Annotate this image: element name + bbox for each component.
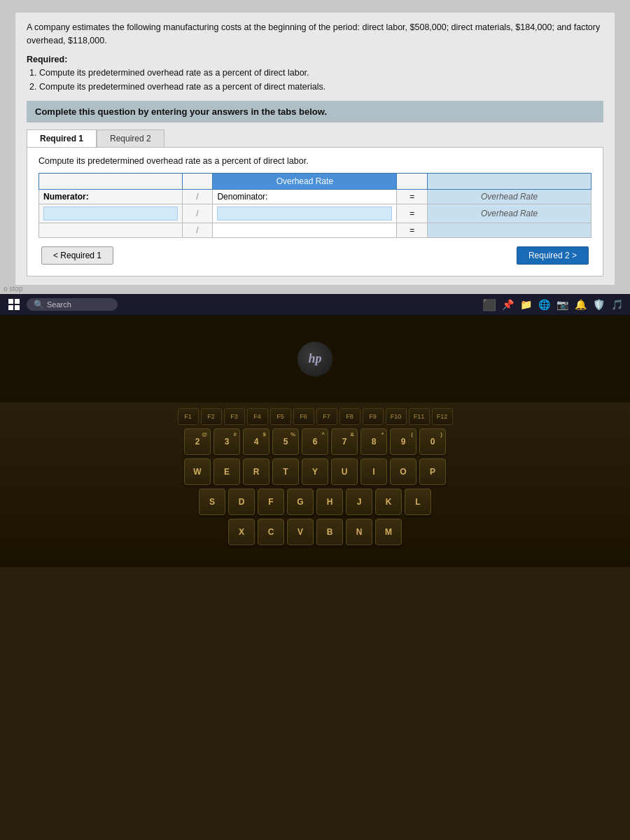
numerator-input[interactable] <box>43 206 178 220</box>
denominator-input-cell[interactable] <box>213 204 397 223</box>
key-i[interactable]: I <box>360 458 387 485</box>
key-0[interactable]: 0) <box>419 428 446 455</box>
taskbar-icon-3[interactable]: 📁 <box>518 297 533 312</box>
key-3[interactable]: 3# <box>214 428 240 455</box>
denominator-input[interactable] <box>217 206 392 220</box>
fn-key-f12[interactable]: F12 <box>432 408 453 425</box>
key-6[interactable]: 6^ <box>302 428 328 455</box>
problem-text: A company estimates the following manufa… <box>27 21 603 48</box>
header-slash <box>182 173 213 189</box>
fn-key-f2[interactable]: F2 <box>201 408 222 425</box>
key-w[interactable]: W <box>184 458 211 485</box>
numerator-label: Numerator: <box>39 189 183 204</box>
taskbar-icon-5[interactable]: 📷 <box>554 297 570 312</box>
key-s[interactable]: S <box>199 489 225 515</box>
required-item-1: 1. Compute its predetermined overhead ra… <box>29 66 603 80</box>
key-g[interactable]: G <box>287 489 314 515</box>
key-9[interactable]: 9( <box>390 428 416 455</box>
keyboard-area: F1 F2 F3 F4 F5 F6 F7 F8 F9 F10 F11 F12 2… <box>0 402 630 567</box>
asdf-key-row: S D F G H J K L <box>14 489 616 515</box>
windows-button[interactable] <box>6 296 22 313</box>
tab-required-2[interactable]: Required 2 <box>97 130 164 147</box>
keyboard: F1 F2 F3 F4 F5 F6 F7 F8 F9 F10 F11 F12 2… <box>14 408 616 545</box>
required-item-2: 2. Compute its predetermined overhead ra… <box>29 80 603 94</box>
key-5[interactable]: 5% <box>272 428 299 455</box>
prev-required-button[interactable]: < Required 1 <box>41 246 113 265</box>
result-label-2: Overhead Rate <box>428 204 592 223</box>
key-v[interactable]: V <box>287 519 314 545</box>
bottom-bar: Mc Graw Hill < Prev 7 of 15 Next > 🔍 Sea… <box>0 542 630 567</box>
taskbar-icon-1[interactable]: ⬛ <box>482 297 497 312</box>
table-row-2: / = Overhead Rate <box>39 204 592 223</box>
number-key-row: 2@ 3# 4$ 5% 6^ 7& 8* 9( 0) <box>14 428 616 455</box>
qwerty-key-row: W E R T Y U I O P <box>14 458 616 485</box>
key-f[interactable]: F <box>258 489 284 515</box>
fn-key-f5[interactable]: F5 <box>270 408 291 425</box>
key-k[interactable]: K <box>375 489 402 515</box>
key-n[interactable]: N <box>346 519 372 545</box>
tab-required-1[interactable]: Required 1 <box>27 130 97 147</box>
key-p[interactable]: P <box>419 458 446 485</box>
header-result <box>428 173 592 189</box>
key-y[interactable]: Y <box>302 458 328 485</box>
fn-key-f7[interactable]: F7 <box>316 408 337 425</box>
hp-logo: hp <box>298 342 332 377</box>
required-list: 1. Compute its predetermined overhead ra… <box>27 66 603 94</box>
key-j[interactable]: J <box>346 489 372 515</box>
fn-key-f10[interactable]: F10 <box>386 408 407 425</box>
key-r[interactable]: R <box>243 458 270 485</box>
eq-1: = <box>397 189 428 204</box>
key-8[interactable]: 8* <box>360 428 387 455</box>
taskbar-icon-4[interactable]: 🌐 <box>536 297 552 312</box>
key-x[interactable]: X <box>228 519 255 545</box>
taskbar-icon-7[interactable]: 🛡️ <box>591 297 606 312</box>
key-b[interactable]: B <box>316 519 343 545</box>
key-o[interactable]: O <box>390 458 416 485</box>
taskbar: 🔍 Search ⬛ 📌 📁 🌐 📷 🔔 🛡️ 🎵 <box>0 294 630 315</box>
header-empty <box>39 173 183 189</box>
key-d[interactable]: D <box>228 489 255 515</box>
fn-key-f11[interactable]: F11 <box>409 408 430 425</box>
result-label-1: Overhead Rate <box>428 189 592 204</box>
work-area: Compute its predetermined overhead rate … <box>27 147 603 276</box>
key-e[interactable]: E <box>214 458 240 485</box>
fn-key-row: F1 F2 F3 F4 F5 F6 F7 F8 F9 F10 F11 F12 <box>14 408 616 425</box>
content-area: A company estimates the following manufa… <box>15 13 615 285</box>
hp-logo-area: hp <box>0 315 630 402</box>
required-section: Required: 1. Compute its predetermined o… <box>27 55 603 94</box>
key-l[interactable]: L <box>405 489 431 515</box>
key-7[interactable]: 7& <box>331 428 358 455</box>
key-4[interactable]: 4$ <box>243 428 270 455</box>
table-row-3: / = <box>39 223 592 237</box>
fn-key-f6[interactable]: F6 <box>293 408 314 425</box>
numerator-input-cell[interactable] <box>39 204 183 223</box>
tabs-row: Required 1 Required 2 <box>27 130 603 147</box>
key-2[interactable]: 2@ <box>184 428 211 455</box>
tab-nav-buttons: < Required 1 Required 2 > <box>38 246 592 265</box>
fn-key-f4[interactable]: F4 <box>247 408 268 425</box>
taskbar-icon-8[interactable]: 🎵 <box>609 297 624 312</box>
fn-key-f3[interactable]: F3 <box>224 408 245 425</box>
key-u[interactable]: U <box>331 458 358 485</box>
taskbar-search-icon: 🔍 <box>34 300 44 309</box>
denominator-label-cell: Denominator: <box>213 189 397 204</box>
key-t[interactable]: T <box>272 458 299 485</box>
key-h[interactable]: H <box>316 489 343 515</box>
denom-empty-3 <box>213 223 397 237</box>
label-empty-3 <box>39 223 183 237</box>
instruction-box: Complete this question by entering your … <box>27 101 603 122</box>
fn-key-f9[interactable]: F9 <box>363 408 384 425</box>
fn-key-f1[interactable]: F1 <box>178 408 199 425</box>
eq-2: = <box>397 204 428 223</box>
key-c[interactable]: C <box>258 519 284 545</box>
next-required-button[interactable]: Required 2 > <box>517 246 589 265</box>
taskbar-icon-6[interactable]: 🔔 <box>573 297 588 312</box>
key-m[interactable]: M <box>375 519 402 545</box>
header-eq <box>397 173 428 189</box>
fn-key-f8[interactable]: F8 <box>340 408 360 425</box>
taskbar-icon-2[interactable]: 📌 <box>500 297 515 312</box>
slash-2: / <box>182 204 213 223</box>
taskbar-search-bar[interactable]: 🔍 Search <box>27 298 118 311</box>
taskbar-icons-group: ⬛ 📌 📁 🌐 📷 🔔 🛡️ 🎵 <box>482 297 624 312</box>
eq-3: = <box>397 223 428 237</box>
